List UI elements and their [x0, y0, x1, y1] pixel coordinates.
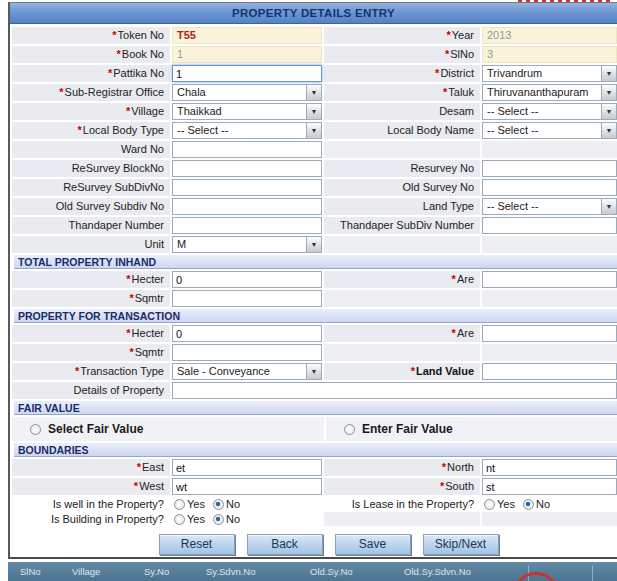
trans-sqmtr-input[interactable]	[172, 344, 322, 361]
is-well-yes-radio[interactable]	[174, 499, 185, 510]
property-details-form: PROPERTY DETAILS ENTRY *Token No T55 *Ye…	[8, 2, 617, 559]
col-village: Village	[72, 566, 100, 577]
north-input[interactable]	[482, 459, 617, 476]
resurvey-no-input[interactable]	[482, 160, 617, 177]
resurvey-blockno-label: ReSurvey BlockNo	[12, 160, 170, 177]
is-well-label: Is well in the Property?	[12, 497, 170, 511]
trans-are-label: *Are	[324, 325, 480, 342]
west-input[interactable]	[172, 478, 322, 495]
is-well-no-radio[interactable]	[213, 499, 224, 510]
land-value-input[interactable]	[482, 363, 617, 380]
east-input[interactable]	[172, 459, 322, 476]
village-select[interactable]: Thaikkad▼	[172, 103, 322, 120]
row-token-year: *Token No T55 *Year 2013	[12, 27, 617, 44]
row-sro-taluk: *Sub-Registrar Office Chala▼ *Taluk Thir…	[12, 84, 617, 101]
year-label: *Year	[324, 27, 480, 44]
old-survey-no-input[interactable]	[482, 179, 617, 196]
total-are-input[interactable]	[482, 271, 617, 288]
thandaper-number-input[interactable]	[172, 217, 322, 234]
chevron-down-icon: ▼	[601, 123, 616, 138]
transaction-type-label: *Transaction Type	[12, 363, 170, 380]
local-body-type-select[interactable]: -- Select --▼	[172, 122, 322, 139]
sub-registrar-office-select[interactable]: Chala▼	[172, 84, 322, 101]
select-fair-value-radio[interactable]	[30, 424, 41, 435]
total-hecter-input[interactable]	[172, 271, 322, 288]
taluk-label: *Taluk	[324, 84, 480, 101]
row-is-building: Is Building in Property? Yes No	[12, 512, 617, 526]
ward-no-input[interactable]	[172, 141, 322, 158]
land-type-label: Land Type	[324, 198, 480, 215]
column-divider	[592, 566, 593, 581]
row-trans-hecter-are: *Hecter *Are	[12, 325, 617, 342]
land-type-select[interactable]: -- Select --▼	[482, 198, 617, 215]
form-title: PROPERTY DETAILS ENTRY	[10, 3, 617, 24]
taluk-select[interactable]: Thiruvananthapuram▼	[482, 84, 617, 101]
chevron-down-icon: ▼	[601, 66, 616, 81]
resurvey-subdivno-input[interactable]	[172, 179, 322, 196]
resurvey-subdivno-label: ReSurvey SubDivNo	[12, 179, 170, 196]
row-is-well-lease: Is well in the Property? Yes No Is Lease…	[12, 497, 617, 511]
old-survey-no-label: Old Survey No	[324, 179, 480, 196]
details-of-property-input[interactable]	[172, 382, 617, 399]
thandaper-subdiv-number-input[interactable]	[482, 217, 617, 234]
is-building-yes-radio[interactable]	[174, 514, 185, 525]
total-sqmtr-label: *Sqmtr	[12, 290, 170, 307]
row-oldsurvey-landtype: Old Survey Subdiv No Land Type -- Select…	[12, 198, 617, 215]
land-value-label: *Land Value	[324, 363, 480, 380]
section-property-for-transaction: PROPERTY FOR TRANSACTION	[14, 309, 617, 323]
old-survey-subdiv-no-input[interactable]	[172, 198, 322, 215]
col-oldsyno: Old.Sy.No	[310, 566, 353, 577]
row-transaction-landvalue: *Transaction Type Sale - Conveyance▼ *La…	[12, 363, 617, 380]
east-label: *East	[12, 459, 170, 476]
form-buttons: Reset Back Save Skip/Next	[40, 534, 617, 555]
row-thandaper: Thandaper Number Thandaper SubDiv Number	[12, 217, 617, 234]
total-are-label: *Are	[324, 271, 480, 288]
col-syno: Sy.No	[144, 566, 169, 577]
is-lease-no-radio[interactable]	[523, 499, 534, 510]
back-button[interactable]: Back	[247, 534, 323, 555]
is-well-radios: Yes No	[172, 497, 322, 511]
is-lease-yes-radio[interactable]	[484, 499, 495, 510]
south-label: *South	[324, 478, 480, 495]
desam-select[interactable]: -- Select --▼	[482, 103, 617, 120]
select-fair-value-option[interactable]: Select Fair Value	[12, 417, 324, 441]
section-total-property-inhand: TOTAL PROPERTY INHAND	[14, 255, 617, 269]
is-lease-radios: Yes No	[482, 497, 617, 511]
village-label: *Village	[12, 103, 170, 120]
book-no-field: 1	[172, 46, 322, 63]
row-unit: Unit M▼	[12, 236, 617, 253]
chevron-down-icon: ▼	[306, 237, 321, 252]
south-input[interactable]	[482, 478, 617, 495]
desam-label: Desam	[324, 103, 480, 120]
transaction-type-select[interactable]: Sale - Conveyance▼	[172, 363, 322, 380]
row-village-desam: *Village Thaikkad▼ Desam -- Select --▼	[12, 103, 617, 120]
col-slno: SlNo	[20, 566, 41, 577]
sub-registrar-office-label: *Sub-Registrar Office	[12, 84, 170, 101]
is-building-no-radio[interactable]	[213, 514, 224, 525]
thandaper-number-label: Thandaper Number	[12, 217, 170, 234]
district-label: *District	[324, 65, 480, 82]
total-sqmtr-input[interactable]	[172, 290, 322, 307]
section-boundaries: BOUNDARIES	[14, 443, 617, 457]
trans-hecter-input[interactable]	[172, 325, 322, 342]
trans-sqmtr-label: *Sqmtr	[12, 344, 170, 361]
total-hecter-label: *Hecter	[12, 271, 170, 288]
row-west-south: *West *South	[12, 478, 617, 495]
trans-are-input[interactable]	[482, 325, 617, 342]
enter-fair-value-option[interactable]: Enter Fair Value	[326, 417, 617, 441]
save-button[interactable]: Save	[335, 534, 411, 555]
details-of-property-label: Details of Property	[12, 382, 170, 399]
row-east-north: *East *North	[12, 459, 617, 476]
enter-fair-value-radio[interactable]	[344, 424, 355, 435]
chevron-down-icon: ▼	[306, 104, 321, 119]
resurvey-blockno-input[interactable]	[172, 160, 322, 177]
resurvey-no-label: Resurvey No	[324, 160, 480, 177]
skip-next-button[interactable]: Skip/Next	[423, 534, 499, 555]
pattika-no-input[interactable]	[172, 65, 322, 82]
west-label: *West	[12, 478, 170, 495]
unit-select[interactable]: M▼	[172, 236, 322, 253]
local-body-name-select[interactable]: -- Select --▼	[482, 122, 617, 139]
row-book-slno: *Book No 1 *SlNo 3	[12, 46, 617, 63]
district-select[interactable]: Trivandrum▼	[482, 65, 617, 82]
reset-button[interactable]: Reset	[159, 534, 235, 555]
